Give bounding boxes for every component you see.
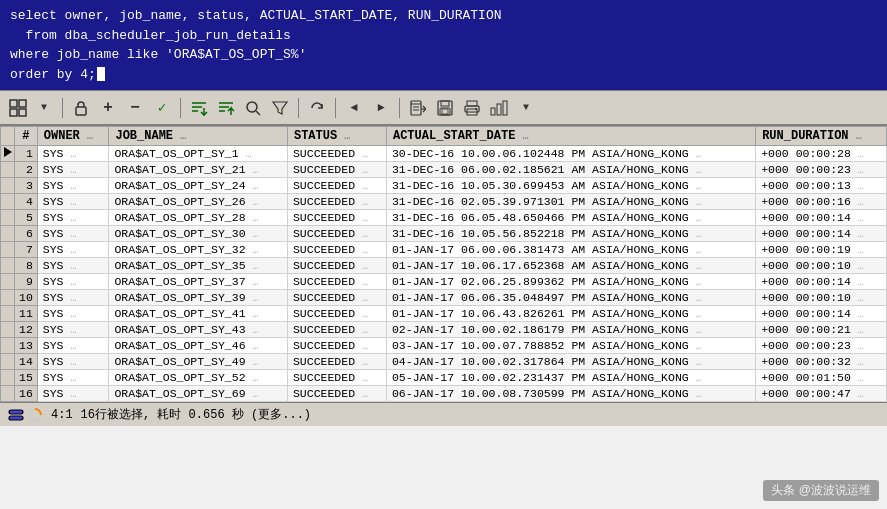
db-icon <box>8 407 24 423</box>
table-row[interactable]: 11SYS …ORA$AT_OS_OPT_SY_41 …SUCCEEDED …0… <box>1 306 887 322</box>
cell-status: SUCCEEDED … <box>287 290 386 306</box>
svg-rect-21 <box>441 101 449 106</box>
cursor-position: 4:1 <box>51 408 73 422</box>
cell-duration: +000 00:00:13 … <box>756 178 887 194</box>
watermark: 头条 @波波说运维 <box>763 480 879 501</box>
confirm-button[interactable]: ✓ <box>150 96 174 120</box>
col-status-header[interactable]: STATUS … <box>287 127 386 146</box>
export-button[interactable] <box>406 96 430 120</box>
svg-rect-29 <box>497 104 501 115</box>
cell-status: SUCCEEDED … <box>287 386 386 402</box>
remove-row-button[interactable]: − <box>123 96 147 120</box>
separator-5 <box>399 98 400 118</box>
table-row[interactable]: 12SYS …ORA$AT_OS_OPT_SY_43 …SUCCEEDED …0… <box>1 322 887 338</box>
cell-jobname: ORA$AT_OS_OPT_SY_32 … <box>109 242 287 258</box>
row-number: 9 <box>15 274 38 290</box>
table-row[interactable]: 13SYS …ORA$AT_OS_OPT_SY_46 …SUCCEEDED …0… <box>1 338 887 354</box>
nav-left-button[interactable]: ◄ <box>342 96 366 120</box>
svg-rect-3 <box>19 109 26 116</box>
sql-editor[interactable]: select owner, job_name, status, ACTUAL_S… <box>0 0 887 90</box>
row-indicator <box>1 178 15 194</box>
table-row[interactable]: 15SYS …ORA$AT_OS_OPT_SY_52 …SUCCEEDED …0… <box>1 370 887 386</box>
row-indicator <box>1 194 15 210</box>
toolbar-grid-group: ▼ <box>6 96 56 120</box>
svg-rect-4 <box>76 107 86 115</box>
cell-jobname: ORA$AT_OS_OPT_SY_21 … <box>109 162 287 178</box>
cell-owner: SYS … <box>37 338 109 354</box>
sort-down-button[interactable] <box>187 96 211 120</box>
cell-owner: SYS … <box>37 226 109 242</box>
cell-startdate: 05-JAN-17 10.00.02.231437 PM ASIA/HONG_K… <box>386 370 755 386</box>
separator-4 <box>335 98 336 118</box>
svg-point-27 <box>475 108 477 110</box>
col-jobname-header[interactable]: JOB_NAME … <box>109 127 287 146</box>
cell-jobname: ORA$AT_OS_OPT_SY_43 … <box>109 322 287 338</box>
table-row[interactable]: 10SYS …ORA$AT_OS_OPT_SY_39 …SUCCEEDED …0… <box>1 290 887 306</box>
col-duration-header[interactable]: RUN_DURATION … <box>756 127 887 146</box>
table-row[interactable]: 8SYS …ORA$AT_OS_OPT_SY_35 …SUCCEEDED …01… <box>1 258 887 274</box>
cell-jobname: ORA$AT_OS_OPT_SY_52 … <box>109 370 287 386</box>
table-row[interactable]: 16SYS …ORA$AT_OS_OPT_SY_69 …SUCCEEDED …0… <box>1 386 887 402</box>
row-number: 8 <box>15 258 38 274</box>
table-row[interactable]: 7SYS …ORA$AT_OS_OPT_SY_32 …SUCCEEDED …01… <box>1 242 887 258</box>
row-indicator <box>1 226 15 242</box>
cell-status: SUCCEEDED … <box>287 226 386 242</box>
svg-line-14 <box>256 111 260 115</box>
table-row[interactable]: 3SYS …ORA$AT_OS_OPT_SY_24 …SUCCEEDED …31… <box>1 178 887 194</box>
cell-jobname: ORA$AT_OS_OPT_SY_41 … <box>109 306 287 322</box>
chart-dropdown-button[interactable]: ▼ <box>514 96 538 120</box>
row-indicator <box>1 322 15 338</box>
filter-button[interactable] <box>268 96 292 120</box>
cell-status: SUCCEEDED … <box>287 162 386 178</box>
cell-jobname: ORA$AT_OS_OPT_SY_37 … <box>109 274 287 290</box>
cell-owner: SYS … <box>37 242 109 258</box>
grid-dropdown-button[interactable]: ▼ <box>32 96 56 120</box>
cell-startdate: 06-JAN-17 10.00.08.730599 PM ASIA/HONG_K… <box>386 386 755 402</box>
cell-startdate: 31-DEC-16 10.05.56.852218 PM ASIA/HONG_K… <box>386 226 755 242</box>
table-row[interactable]: 5SYS …ORA$AT_OS_OPT_SY_28 …SUCCEEDED …31… <box>1 210 887 226</box>
row-number: 6 <box>15 226 38 242</box>
cell-status: SUCCEEDED … <box>287 258 386 274</box>
add-row-button[interactable]: + <box>96 96 120 120</box>
cell-startdate: 04-JAN-17 10.00.02.317864 PM ASIA/HONG_K… <box>386 354 755 370</box>
lock-button[interactable] <box>69 96 93 120</box>
grid-view-button[interactable] <box>6 96 30 120</box>
col-owner-header[interactable]: OWNER … <box>37 127 109 146</box>
row-indicator <box>1 146 15 162</box>
table-row[interactable]: 4SYS …ORA$AT_OS_OPT_SY_26 …SUCCEEDED …31… <box>1 194 887 210</box>
table-row[interactable]: 6SYS …ORA$AT_OS_OPT_SY_30 …SUCCEEDED …31… <box>1 226 887 242</box>
nav-right-button[interactable]: ► <box>369 96 393 120</box>
cell-duration: +000 00:00:23 … <box>756 338 887 354</box>
row-indicator <box>1 338 15 354</box>
svg-rect-31 <box>9 410 23 414</box>
table-row[interactable]: 14SYS …ORA$AT_OS_OPT_SY_49 …SUCCEEDED …0… <box>1 354 887 370</box>
sql-line-4: order by 4; <box>10 65 877 85</box>
sql-line-1: select owner, job_name, status, ACTUAL_S… <box>10 6 877 26</box>
print-button[interactable] <box>460 96 484 120</box>
cell-owner: SYS … <box>37 210 109 226</box>
cell-jobname: ORA$AT_OS_OPT_SY_69 … <box>109 386 287 402</box>
row-number: 13 <box>15 338 38 354</box>
cell-status: SUCCEEDED … <box>287 370 386 386</box>
separator-3 <box>298 98 299 118</box>
cell-status: SUCCEEDED … <box>287 322 386 338</box>
cell-startdate: 31-DEC-16 02.05.39.971301 PM ASIA/HONG_K… <box>386 194 755 210</box>
cell-owner: SYS … <box>37 258 109 274</box>
save-button[interactable] <box>433 96 457 120</box>
cell-owner: SYS … <box>37 290 109 306</box>
minus-icon: − <box>130 99 140 117</box>
arrow-left-icon: ◄ <box>350 101 357 115</box>
refresh-button[interactable] <box>305 96 329 120</box>
chart-button[interactable] <box>487 96 511 120</box>
cell-status: SUCCEEDED … <box>287 306 386 322</box>
table-row[interactable]: 9SYS …ORA$AT_OS_OPT_SY_37 …SUCCEEDED …01… <box>1 274 887 290</box>
cell-jobname: ORA$AT_OS_OPT_SY_46 … <box>109 338 287 354</box>
table-row[interactable]: 2SYS …ORA$AT_OS_OPT_SY_21 …SUCCEEDED …31… <box>1 162 887 178</box>
sort-up-button[interactable] <box>214 96 238 120</box>
search-button[interactable] <box>241 96 265 120</box>
table-row[interactable]: 1SYS …ORA$AT_OS_OPT_SY_1 …SUCCEEDED …30-… <box>1 146 887 162</box>
col-startdate-header[interactable]: ACTUAL_START_DATE … <box>386 127 755 146</box>
table-header: # OWNER … JOB_NAME … STATUS … ACTUAL_STA… <box>1 127 887 146</box>
cell-jobname: ORA$AT_OS_OPT_SY_30 … <box>109 226 287 242</box>
cell-status: SUCCEEDED … <box>287 146 386 162</box>
